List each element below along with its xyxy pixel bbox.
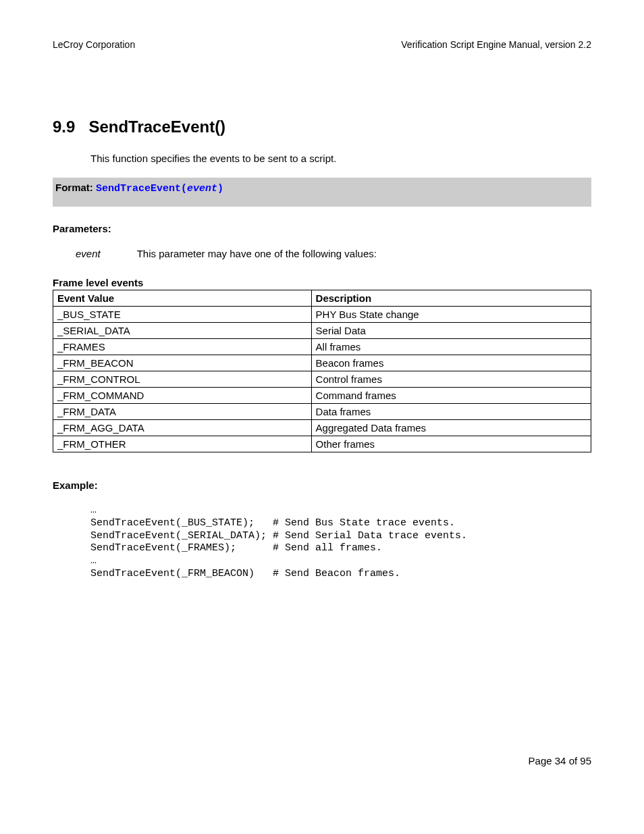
format-code-close: ) [217,183,223,194]
section-intro: This function specifies the events to be… [90,153,591,164]
table-cell: Data frames [311,404,591,420]
parameters-label: Parameters: [53,223,591,234]
table-cell: _FRM_BEACON [53,355,312,371]
table-cell: PHY Bus State change [311,307,591,323]
format-code-arg: event [187,183,217,194]
table-cell: _FRM_CONTROL [53,371,312,388]
example-label: Example: [53,479,591,491]
parameter-row: event This parameter may have one of the… [76,248,591,259]
events-table: Event Value Description _BUS_STATEPHY Bu… [53,290,591,452]
table-cell: _BUS_STATE [53,307,312,323]
parameter-name: event [76,248,101,259]
table-cell: _FRM_AGG_DATA [53,420,312,436]
table-cell: Beacon frames [311,355,591,371]
table-row: _FRAMESAll frames [53,339,591,355]
section-heading: 9.9SendTraceEvent() [53,118,591,136]
table-cell: Serial Data [311,323,591,339]
page-container: LeCroy Corporation Verification Script E… [0,0,644,834]
table-row: _FRM_CONTROLControl frames [53,371,591,388]
format-code-open: SendTraceEvent( [96,183,187,194]
table-cell: Command frames [311,388,591,404]
header-right: Verification Script Engine Manual, versi… [401,39,591,50]
table-cell: _SERIAL_DATA [53,323,312,339]
table-cell: _FRAMES [53,339,312,355]
table-cell: _FRM_COMMAND [53,388,312,404]
page-header: LeCroy Corporation Verification Script E… [53,39,591,50]
table-header-row: Event Value Description [53,290,591,307]
table-cell: Control frames [311,371,591,388]
section-number: 9.9 [53,118,75,136]
page-footer: Page 34 of 95 [529,755,591,766]
format-label: Format: [55,182,96,193]
format-bar: Format: SendTraceEvent(event) [53,178,591,207]
table-cell: Aggregated Data frames [311,420,591,436]
table-row: _FRM_BEACONBeacon frames [53,355,591,371]
table-row: _FRM_OTHEROther frames [53,436,591,452]
parameter-description: This parameter may have one of the follo… [137,248,377,259]
table-header-description: Description [311,290,591,307]
table-header-event: Event Value [53,290,312,307]
table-cell: _FRM_DATA [53,404,312,420]
table-row: _FRM_COMMANDCommand frames [53,388,591,404]
header-left: LeCroy Corporation [53,39,135,50]
example-code: … SendTraceEvent(_BUS_STATE); # Send Bus… [90,504,591,581]
section-title: SendTraceEvent() [88,118,225,136]
table-row: _FRM_DATAData frames [53,404,591,420]
table-caption: Frame level events [53,277,591,288]
table-cell: _FRM_OTHER [53,436,312,452]
table-cell: All frames [311,339,591,355]
table-cell: Other frames [311,436,591,452]
table-row: _SERIAL_DATASerial Data [53,323,591,339]
table-row: _FRM_AGG_DATAAggregated Data frames [53,420,591,436]
table-row: _BUS_STATEPHY Bus State change [53,307,591,323]
